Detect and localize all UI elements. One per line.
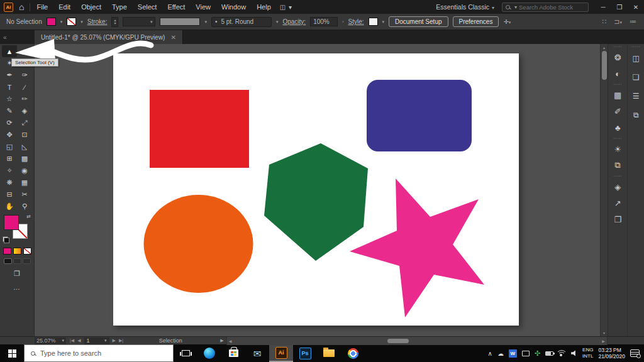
stroke-profile-dropdown[interactable] <box>160 18 200 26</box>
display-tray-icon[interactable] <box>522 351 530 356</box>
dock-group-handle[interactable]: ••••• <box>631 44 640 49</box>
eraser-tool-button[interactable]: ◈ <box>17 105 32 117</box>
scroll-up-arrow[interactable]: ▴ <box>601 44 608 51</box>
blue-rounded-rectangle-shape[interactable] <box>367 80 472 151</box>
chevron-down-icon[interactable]: ▾ <box>80 19 83 25</box>
edge-taskbar-button[interactable] <box>197 344 221 362</box>
green-hexagon-shape[interactable] <box>264 143 368 261</box>
pathfinder-panel-icon[interactable]: ⧉ <box>628 106 644 124</box>
pink-star-shape[interactable] <box>350 178 484 317</box>
menu-effect[interactable]: Effect <box>167 3 185 11</box>
fill-indicator-swatch[interactable] <box>4 215 19 230</box>
restore-button[interactable]: ❐ <box>611 0 628 14</box>
clock[interactable]: 03:23 PM 21/09/2020 <box>598 347 625 359</box>
dots-grid-icon[interactable]: ∷ <box>602 18 606 26</box>
last-artboard-button[interactable]: ▶| <box>119 338 123 343</box>
first-artboard-button[interactable]: |◀ <box>70 338 74 343</box>
color-mode-button[interactable] <box>3 248 11 255</box>
dock-group-handle[interactable]: ••••• <box>613 44 622 49</box>
previous-artboard-button[interactable]: ◀ <box>77 338 80 343</box>
brush-definition-dropdown[interactable]: • 5 pt. Round <box>211 17 272 27</box>
fill-color-swatch[interactable] <box>47 18 56 26</box>
home-icon[interactable]: ⌂ <box>19 2 24 12</box>
menu-help[interactable]: Help <box>257 3 271 11</box>
scale-tool-button[interactable]: ⤢ <box>17 117 32 129</box>
w-app-tray-icon[interactable]: W <box>509 349 517 358</box>
photoshop-taskbar-button[interactable]: Ps <box>293 344 317 362</box>
draw-behind-mode-button[interactable] <box>13 258 21 264</box>
chevron-right-icon[interactable]: › <box>342 19 343 24</box>
chevron-down-icon[interactable]: ▾ <box>60 19 63 25</box>
canvas-pasteboard[interactable] <box>35 44 600 336</box>
tray-expand-icon[interactable]: ∧ <box>488 350 492 357</box>
red-rectangle-shape[interactable] <box>150 90 249 168</box>
draw-inside-mode-button[interactable] <box>23 258 31 264</box>
gradient-tool-button[interactable]: ▩ <box>17 153 32 165</box>
zoom-level-dropdown[interactable]: 25.07% ▾ <box>35 337 66 344</box>
menu-file[interactable]: File <box>36 3 48 11</box>
style-swatch[interactable] <box>369 18 378 26</box>
menu-view[interactable]: View <box>196 3 211 11</box>
chrome-taskbar-button[interactable] <box>341 344 365 362</box>
align-panel-icon[interactable]: ☰ <box>628 87 644 106</box>
stroke-color-swatch[interactable] <box>67 18 76 26</box>
chevron-down-icon[interactable]: ▾ <box>382 19 385 25</box>
task-view-button[interactable] <box>174 344 197 362</box>
opacity-label[interactable]: Opacity: <box>282 18 306 25</box>
free-transform-tool-button[interactable]: ⊡ <box>17 129 32 141</box>
stroke-weight-stepper[interactable]: ▴▾ <box>111 17 118 27</box>
docs-layout-icon[interactable]: ⊐▾ <box>614 18 622 26</box>
close-button[interactable]: ✕ <box>628 0 644 14</box>
tab-close-icon[interactable]: ✕ <box>170 34 175 41</box>
properties-panel-icon[interactable]: ◫ <box>628 49 644 68</box>
adobe-stock-search-input[interactable]: ▾ Search Adobe Stock <box>502 3 589 12</box>
change-screen-mode-button[interactable]: ❐ <box>14 270 20 278</box>
chevron-down-icon[interactable]: ▾ <box>204 19 207 25</box>
mail-taskbar-button[interactable]: ✉ <box>245 344 269 362</box>
artboards-panel-icon[interactable]: ❐ <box>608 211 627 228</box>
layers-panel-icon[interactable]: ◈ <box>608 178 627 195</box>
vertical-scrollbar-thumb[interactable] <box>602 51 607 80</box>
menu-select[interactable]: Select <box>138 3 157 11</box>
pen-tool-button[interactable]: ✒ <box>2 69 17 81</box>
slice-tool-button[interactable]: ✂ <box>17 189 32 200</box>
artboard[interactable] <box>113 53 519 326</box>
zoom-tool-button[interactable]: ⚲ <box>17 200 32 212</box>
scroll-right-arrow[interactable]: ▶ <box>600 339 607 343</box>
stroke-weight-dropdown[interactable]: ▾ <box>123 17 155 26</box>
symbols-panel-icon[interactable]: ♣ <box>608 119 627 136</box>
scroll-left-arrow[interactable]: ◀ <box>227 339 234 343</box>
align-options-icon[interactable]: ✛▾ <box>503 18 511 25</box>
stroke-label[interactable]: Stroke: <box>87 18 108 25</box>
color-panel-icon[interactable]: ❂ <box>608 49 627 65</box>
scroll-down-arrow[interactable]: ▾ <box>601 329 608 336</box>
illustrator-taskbar-button[interactable]: Ai <box>269 344 293 362</box>
direct-selection-tool-button[interactable]: △ <box>17 45 32 57</box>
style-label[interactable]: Style: <box>348 18 364 25</box>
mesh-tool-button[interactable]: ⊞ <box>2 153 17 165</box>
swatches-panel-icon[interactable]: ▦ <box>608 87 627 103</box>
perspective-grid-tool-button[interactable]: ◺ <box>17 141 32 153</box>
volume-icon[interactable] <box>571 350 577 356</box>
next-artboard-button[interactable]: ▶ <box>113 338 116 343</box>
file-explorer-taskbar-button[interactable] <box>317 344 341 362</box>
hand-tool-button[interactable]: ✋ <box>2 200 17 212</box>
horizontal-scrollbar[interactable]: ◀ ▶ <box>226 337 608 345</box>
language-indicator[interactable]: ENG INTL <box>582 347 593 359</box>
selection-tool-button[interactable]: ▲ <box>2 45 17 57</box>
shape-tool-button[interactable]: ☆ <box>2 93 17 105</box>
arrange-documents-icon[interactable]: ◫ ▾ <box>280 4 292 11</box>
preferences-button[interactable]: Preferences <box>453 16 499 27</box>
shape-builder-tool-button[interactable]: ◱ <box>2 141 17 153</box>
blend-tool-button[interactable]: ◉ <box>17 165 32 177</box>
asset-export-panel-icon[interactable]: ↗ <box>608 195 627 211</box>
vertical-scrollbar[interactable]: ▴ ▾ <box>600 44 608 336</box>
column-graph-tool-button[interactable]: ▦ <box>17 177 32 189</box>
edit-toolbar-button[interactable]: … <box>13 283 21 291</box>
start-button[interactable] <box>0 344 24 362</box>
draw-normal-mode-button[interactable] <box>4 258 12 264</box>
panel-list-icon[interactable]: ≔ <box>630 18 636 26</box>
line-segment-tool-button[interactable]: ∕ <box>17 81 32 93</box>
type-tool-button[interactable]: T <box>2 81 17 93</box>
eyedropper-tool-button[interactable]: ✧ <box>2 165 17 177</box>
